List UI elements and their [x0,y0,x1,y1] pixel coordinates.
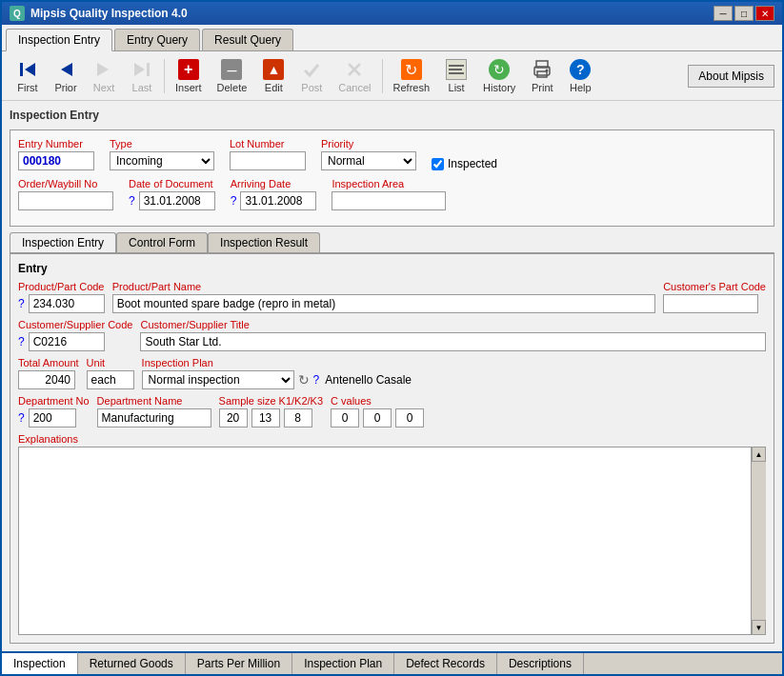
tab-result-query[interactable]: Result Query [202,29,293,50]
recorded-by-query[interactable]: ? [313,373,320,387]
product-part-code-field: Product/Part Code ? [18,281,105,313]
c-values-label: C values [331,395,424,407]
product-code-query[interactable]: ? [18,297,25,310]
priority-field: Priority Normal High Low [321,138,416,170]
explanations-section: Explanations ▲ ▼ [18,433,766,635]
sample-k3-input[interactable] [284,408,312,427]
minimize-button[interactable]: ─ [714,6,733,21]
c-val2-input[interactable] [363,408,392,427]
insert-icon: + [177,58,200,81]
inner-tab-bar: Inspection Entry Control Form Inspection… [10,232,774,253]
scrollbar-down-button[interactable]: ▼ [752,620,766,635]
customers-part-code-input[interactable] [663,294,758,313]
inspection-area-input[interactable] [332,191,446,210]
order-waybill-input[interactable] [18,191,113,210]
arriving-date-query[interactable]: ? [231,194,237,208]
help-button[interactable]: ? Help [562,55,598,96]
department-no-label: Department No [18,395,90,407]
entry-row-3: Total Amount Unit Inspection Plan Normal… [18,357,766,389]
bottom-tab-inspection-plan[interactable]: Inspection Plan [292,653,394,674]
history-button[interactable]: ↻ History [476,55,522,96]
insert-button[interactable]: + Insert [169,55,209,96]
bottom-tab-returned-goods[interactable]: Returned Goods [78,653,186,674]
edit-button[interactable]: ▲ Edit [255,55,291,96]
svg-rect-10 [537,71,547,77]
arriving-date-input[interactable] [240,191,316,210]
lot-number-label: Lot Number [230,138,306,149]
sample-k1-input[interactable] [219,408,248,427]
bottom-tab-parts-per-million[interactable]: Parts Per Million [186,653,292,674]
cancel-button[interactable]: Cancel [332,55,377,96]
type-select[interactable]: Incoming Outgoing Internal [110,151,214,170]
bottom-tab-inspection[interactable]: Inspection [2,651,78,674]
inspection-area-label: Inspection Area [332,178,446,189]
explanations-textarea[interactable] [18,447,766,635]
tab-inspection-entry[interactable]: Inspection Entry [6,29,112,51]
app-icon: Q [10,6,25,21]
department-name-input[interactable] [97,408,211,427]
supplier-code-query[interactable]: ? [18,335,25,348]
customer-supplier-title-input[interactable] [140,332,766,351]
inspection-plan-refresh-icon[interactable]: ↻ [298,372,310,388]
history-label: History [483,82,515,93]
inner-tab-inspection-result[interactable]: Inspection Result [208,232,320,252]
doc-date-query[interactable]: ? [129,194,135,208]
inner-tab-inspection-entry[interactable]: Inspection Entry [10,232,116,252]
dept-no-query[interactable]: ? [18,411,25,425]
sample-size-row [219,408,323,427]
order-waybill-label: Order/Waybill No [18,178,113,189]
inspected-checkbox[interactable] [432,158,444,170]
unit-input[interactable] [87,370,134,389]
inner-tab-control-form[interactable]: Control Form [116,232,208,252]
refresh-button[interactable]: ↻ Refresh [387,55,437,96]
help-label: Help [570,82,592,93]
customer-supplier-title-field: Customer/Supplier Title [140,319,766,351]
customers-part-code-label: Customer's Part Code [663,281,766,292]
inspected-label: Inspected [448,157,497,170]
maximize-button[interactable]: □ [734,6,754,21]
c-values-field: C values [331,395,424,427]
delete-icon: – [220,58,243,81]
top-tab-bar: Inspection Entry Entry Query Result Quer… [2,25,782,51]
first-button[interactable]: First [10,55,46,96]
c-val3-input[interactable] [395,408,424,427]
tab-entry-query[interactable]: Entry Query [114,29,200,50]
list-label: List [449,82,465,93]
product-part-code-label: Product/Part Code [18,281,105,292]
inspection-plan-select[interactable]: Normal inspection Special inspection Non… [142,370,294,389]
list-button[interactable]: List [438,55,474,96]
date-of-document-field: Date of Document ? [129,178,215,210]
date-of-document-input[interactable] [139,191,215,210]
prior-button[interactable]: Prior [48,55,84,96]
cancel-label: Cancel [338,82,371,93]
delete-button[interactable]: – Delete [211,55,254,96]
department-name-field: Department Name [97,395,211,427]
entry-number-input[interactable] [18,151,94,170]
priority-select[interactable]: Normal High Low [321,151,416,170]
bottom-tab-defect-records[interactable]: Defect Records [394,653,497,674]
c-val1-input[interactable] [331,408,359,427]
total-amount-input[interactable] [18,370,75,389]
edit-label: Edit [265,82,283,93]
print-button[interactable]: Print [524,55,560,96]
scrollbar-up-button[interactable]: ▲ [752,447,766,462]
last-button[interactable]: Last [124,55,160,96]
first-label: First [17,82,37,93]
close-button[interactable]: ✕ [755,6,774,21]
cancel-icon [343,58,366,81]
bottom-tab-descriptions[interactable]: Descriptions [497,653,584,674]
inspection-plan-label: Inspection Plan [142,357,766,368]
next-icon [92,58,115,81]
product-part-name-input[interactable] [112,294,655,313]
sample-k2-input[interactable] [251,408,280,427]
post-button[interactable]: Post [293,55,330,96]
department-no-input[interactable] [29,408,76,427]
customer-supplier-code-input[interactable] [29,332,105,351]
title-bar: Q Mipsis Quality Inspection 4.0 ─ □ ✕ [2,2,782,25]
about-button[interactable]: About Mipsis [688,65,774,88]
form-row-2: Order/Waybill No Date of Document ? Arri… [18,178,766,210]
lot-number-input[interactable] [230,151,306,170]
next-button[interactable]: Next [86,55,122,96]
total-amount-field: Total Amount [18,357,79,389]
product-part-code-input[interactable] [29,294,105,313]
